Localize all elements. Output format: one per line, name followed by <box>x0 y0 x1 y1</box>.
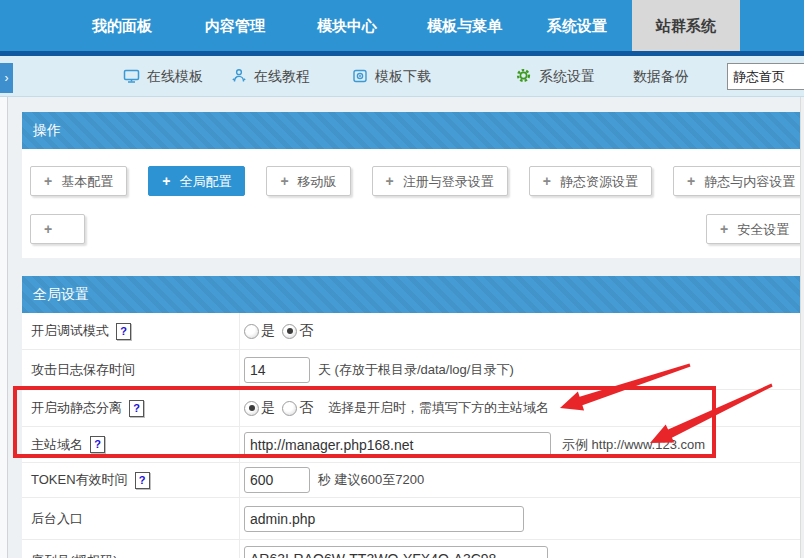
radio-label: 是 <box>261 322 275 340</box>
row-admin-entry: 后台入口 <box>22 498 804 540</box>
admin-entry-input[interactable] <box>244 506 524 532</box>
toolbar-online-templates[interactable]: 在线模板 <box>123 56 203 96</box>
left-edge-strip <box>0 97 8 558</box>
admin-page: 我的面板 内容管理 模块中心 模板与菜单 系统设置 站群系统 › 在线模板 在线… <box>0 0 804 558</box>
nav-item-templates[interactable]: 模板与菜单 <box>427 0 502 51</box>
radio-label: 否 <box>299 399 313 417</box>
toolbar-label: 在线教程 <box>254 68 310 84</box>
radio-label: 是 <box>261 399 275 417</box>
separation-no-radio[interactable] <box>282 401 297 416</box>
operations-panel-title: 操作 <box>22 112 804 149</box>
button-label: 静态资源设置 <box>560 174 638 189</box>
row-note: 天 (存放于根目录/data/log/目录下) <box>318 361 514 379</box>
row-label: 攻击日志保存时间 <box>31 361 135 379</box>
register-login-settings-button[interactable]: +注册与登录设置 <box>372 166 508 196</box>
download-icon <box>352 68 375 84</box>
tutorial-icon <box>231 68 254 84</box>
attack-log-days-input[interactable] <box>244 357 310 383</box>
basic-config-button[interactable]: +基本配置 <box>30 166 127 196</box>
plus-icon: + <box>543 173 551 189</box>
plus-icon: + <box>44 221 52 237</box>
toolbar-label: 系统设置 <box>539 68 595 84</box>
button-label: 安全设置 <box>737 222 789 237</box>
token-ttl-input[interactable] <box>244 467 310 493</box>
help-icon[interactable]: ? <box>90 436 105 453</box>
plus-icon: + <box>44 173 52 189</box>
mobile-version-button[interactable]: +移动版 <box>266 166 350 196</box>
right-edge-strip <box>800 97 804 558</box>
toolbar-label: 模板下载 <box>375 68 431 84</box>
row-debug-mode: 开启调试模式? 是 否 <box>22 313 804 350</box>
top-nav: 我的面板 内容管理 模块中心 模板与菜单 系统设置 站群系统 <box>0 0 804 51</box>
operations-panel: 操作 +基本配置 +全局配置 +移动版 +注册与登录设置 +静态资源设置 +静态… <box>22 112 804 258</box>
static-homepage-select[interactable]: 静态首页 <box>727 63 804 90</box>
nav-item-dashboard[interactable]: 我的面板 <box>92 0 152 51</box>
toolbar-data-backup[interactable]: 数据备份 <box>633 56 689 96</box>
radio-label: 否 <box>299 322 313 340</box>
toolbar-label: 在线模板 <box>147 68 203 84</box>
toolbar-system-settings[interactable]: 系统设置 <box>515 56 595 96</box>
row-note: 秒 建议600至7200 <box>318 471 424 489</box>
row-main-domain: 主站域名? 示例 http://www.123.com <box>22 427 804 463</box>
serial-number-input[interactable] <box>244 546 548 558</box>
static-content-settings-button[interactable]: +静态与内容设置 <box>673 166 804 196</box>
row-label: 序列号(授权码) <box>31 552 118 558</box>
row-serial-number: 序列号(授权码) <box>22 540 804 558</box>
row-label: 开启动静态分离 <box>31 399 122 417</box>
separation-yes-radio[interactable] <box>244 401 259 416</box>
row-label: 开启调试模式 <box>31 322 109 340</box>
nav-item-sitegroup-active[interactable]: 站群系统 <box>632 0 740 51</box>
help-icon[interactable]: ? <box>135 472 150 489</box>
gear-icon <box>515 68 539 84</box>
button-label: 注册与登录设置 <box>403 174 494 189</box>
help-icon[interactable]: ? <box>129 400 144 417</box>
plus-icon: + <box>687 173 695 189</box>
row-note: 选择是开启时，需填写下方的主站域名 <box>328 399 549 417</box>
button-label: 基本配置 <box>61 174 113 189</box>
plus-icon: + <box>280 173 288 189</box>
global-settings-title: 全局设置 <box>22 276 804 313</box>
plus-icon: + <box>386 173 394 189</box>
collapse-sidebar-button[interactable]: › <box>0 63 13 93</box>
button-label: 静态与内容设置 <box>704 174 795 189</box>
row-label: TOKEN有效时间 <box>31 471 128 489</box>
clipped-button[interactable]: + <box>30 214 85 244</box>
plus-icon: + <box>720 221 728 237</box>
button-label: 移动版 <box>298 174 337 189</box>
row-attack-log-days: 攻击日志保存时间 天 (存放于根目录/data/log/目录下) <box>22 350 804 390</box>
monitor-icon <box>123 68 147 84</box>
nav-item-modules[interactable]: 模块中心 <box>317 0 377 51</box>
debug-no-radio[interactable] <box>282 324 297 339</box>
operations-buttons: +基本配置 +全局配置 +移动版 +注册与登录设置 +静态资源设置 +静态与内容… <box>22 149 804 244</box>
toolbar-label: 数据备份 <box>633 68 689 84</box>
nav-item-system[interactable]: 系统设置 <box>547 0 607 51</box>
nav-item-content[interactable]: 内容管理 <box>205 0 265 51</box>
security-settings-button[interactable]: +安全设置 <box>706 214 803 244</box>
toolbar-template-download[interactable]: 模板下载 <box>352 56 431 96</box>
static-resource-settings-button[interactable]: +静态资源设置 <box>529 166 652 196</box>
help-icon[interactable]: ? <box>116 323 131 340</box>
main-domain-input[interactable] <box>244 432 551 458</box>
row-label: 主站域名 <box>31 436 83 454</box>
toolbar: › 在线模板 在线教程 模板下载 系统设置 数据备份 静态首页 <box>0 56 804 97</box>
row-label: 后台入口 <box>31 510 83 528</box>
button-label: 全局配置 <box>179 174 231 189</box>
global-config-button[interactable]: +全局配置 <box>148 166 245 196</box>
row-static-separation: 开启动静态分离? 是 否 选择是开启时，需填写下方的主站域名 <box>22 390 804 427</box>
plus-icon: + <box>162 173 170 189</box>
row-note: 示例 http://www.123.com <box>562 436 705 454</box>
row-token-ttl: TOKEN有效时间? 秒 建议600至7200 <box>22 463 804 498</box>
toolbar-online-tutorial[interactable]: 在线教程 <box>231 56 310 96</box>
global-settings-panel: 全局设置 开启调试模式? 是 否 攻击日志保存时间 天 (存放于根目录/data… <box>22 276 804 558</box>
debug-yes-radio[interactable] <box>244 324 259 339</box>
